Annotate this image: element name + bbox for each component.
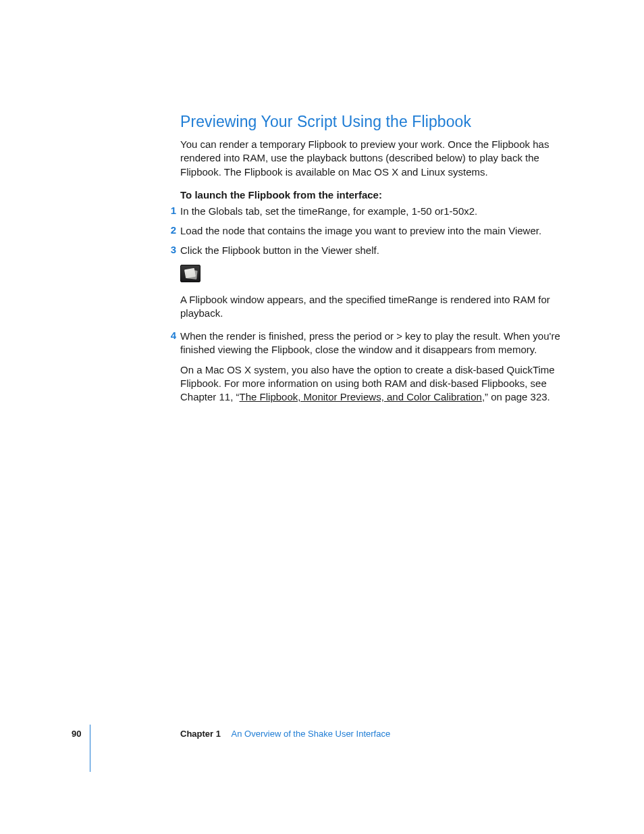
step-text: When the render is finished, press the p… — [180, 330, 563, 357]
procedure-intro: To launch the Flipbook from the interfac… — [180, 189, 563, 201]
chapter-title: An Overview of the Shake User Interface — [232, 729, 391, 739]
step-3: 3 Click the Flipbook button in the Viewe… — [180, 244, 563, 257]
step-continuation: A Flipbook window appears, and the speci… — [180, 293, 563, 321]
icon-block — [180, 265, 563, 285]
page-number: 90 — [72, 729, 81, 739]
chapter-footer: Chapter 1 An Overview of the Shake User … — [180, 729, 390, 739]
step-2: 2 Load the node that contains the image … — [180, 224, 563, 238]
document-page: Previewing Your Script Using the Flipboo… — [0, 0, 644, 834]
chapter-label: Chapter 1 — [180, 729, 221, 739]
step-number: 1 — [168, 205, 180, 218]
step-number: 2 — [168, 224, 180, 238]
step-4: 4 When the render is finished, press the… — [180, 330, 563, 357]
footer-rule — [90, 725, 90, 772]
intro-paragraph: You can render a temporary Flipbook to p… — [180, 138, 563, 179]
cross-reference-link[interactable]: The Flipbook, Monitor Previews, and Colo… — [240, 391, 482, 402]
step-1: 1 In the Globals tab, set the timeRange,… — [180, 205, 563, 218]
step-text: Load the node that contains the image yo… — [180, 224, 563, 238]
step-number: 3 — [168, 244, 180, 257]
step-text: In the Globals tab, set the timeRange, f… — [180, 205, 563, 218]
step-number: 4 — [168, 330, 180, 357]
flipbook-icon — [180, 265, 200, 282]
page-footer: 90 Chapter 1 An Overview of the Shake Us… — [0, 729, 644, 776]
mac-note-text-post: ,” on page 323. — [482, 391, 550, 402]
mac-note-paragraph: On a Mac OS X system, you also have the … — [180, 363, 563, 405]
section-heading: Previewing Your Script Using the Flipboo… — [180, 113, 563, 131]
step-text: Click the Flipbook button in the Viewer … — [180, 244, 563, 257]
